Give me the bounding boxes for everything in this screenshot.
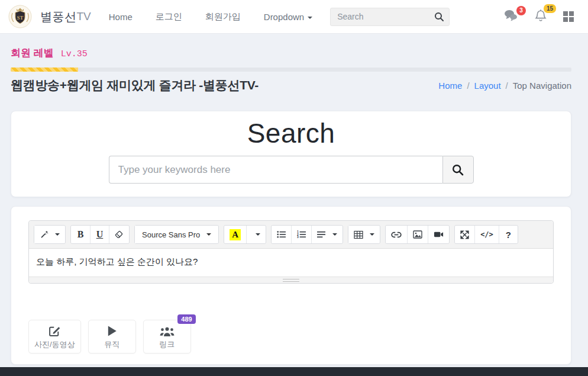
member-level-value: Lv.35 (61, 49, 88, 59)
member-level-label: 회원 레벨 (11, 46, 54, 60)
breadcrumb-layout[interactable]: Layout (474, 81, 501, 91)
video-icon (434, 231, 444, 238)
ordered-list-button[interactable]: 1 2 3 (291, 226, 311, 243)
style-group (34, 225, 66, 244)
messages-button[interactable]: 3 (504, 9, 518, 24)
font-color-button[interactable]: A (224, 226, 246, 243)
resize-handle-icon (283, 279, 299, 282)
eraser-icon (115, 230, 124, 239)
list-ol-icon: 1 2 3 (297, 230, 306, 239)
brand-name: 별풍선 (40, 9, 77, 25)
page: ST 별풍선 TV Home 로그인 회원가입 Dropdown (0, 0, 588, 376)
unordered-list-button[interactable] (272, 226, 291, 243)
chevron-down-icon (206, 233, 211, 236)
clear-format-button[interactable] (109, 226, 129, 243)
attachment-actions: 사진/동영상 뮤직 (28, 320, 554, 353)
notifications-badge: 15 (544, 4, 556, 13)
photo-video-label: 사진/동영상 (34, 339, 75, 350)
search-card: Search (11, 111, 571, 197)
breadcrumb: Home / Layout / Top Navigation (438, 81, 571, 91)
keyword-search-button[interactable] (442, 156, 474, 184)
code-view-button[interactable]: </> (474, 226, 499, 243)
editor-content[interactable]: 오늘 하루, 기억하고 싶은 순간이 있나요? (29, 249, 553, 277)
font-color-icon: A (230, 229, 241, 240)
link-count-badge: 489 (177, 314, 195, 324)
link-button[interactable]: 링크 (143, 320, 191, 353)
footer-bar (0, 367, 588, 376)
apps-button[interactable] (563, 11, 574, 22)
link-label: 링크 (159, 339, 175, 350)
chevron-down-icon (370, 233, 374, 236)
list-ul-icon (277, 230, 286, 239)
chevron-down-icon (332, 233, 337, 236)
main-content: 회원 레벨 Lv.35 웹캠방송+웹게임 재미있게 즐겨라 -별풍선TV- Ho… (11, 46, 571, 365)
insert-link-button[interactable] (386, 226, 407, 243)
paragraph-align-button[interactable] (311, 226, 343, 243)
fullscreen-button[interactable] (455, 226, 474, 243)
navbar-icons: 3 15 (504, 9, 580, 24)
color-dropdown-button[interactable] (246, 226, 266, 243)
navbar-search (330, 8, 450, 26)
search-icon[interactable] (434, 12, 444, 22)
font-family-label: Source Sans Pro (142, 230, 200, 239)
breadcrumb-separator: / (467, 81, 469, 91)
play-icon (107, 325, 117, 337)
level-progress-fill (11, 68, 78, 72)
chevron-down-icon (308, 17, 312, 19)
insert-video-button[interactable] (428, 226, 449, 243)
music-label: 뮤직 (104, 339, 119, 350)
editor-statusbar[interactable] (29, 277, 553, 283)
nav-item-home[interactable]: Home (109, 12, 133, 22)
top-navbar: ST 별풍선 TV Home 로그인 회원가입 Dropdown (0, 0, 588, 34)
messages-badge: 3 (516, 6, 526, 15)
magic-style-button[interactable] (34, 226, 65, 243)
image-icon (413, 230, 422, 239)
bold-icon: B (77, 229, 84, 240)
nav-item-signup[interactable]: 회원가입 (205, 11, 241, 23)
table-group (348, 225, 380, 244)
page-title: 웹캠방송+웹게임 재미있게 즐겨라 -별풍선TV- (11, 77, 259, 94)
svg-text:3: 3 (297, 235, 299, 239)
insert-image-button[interactable] (407, 226, 428, 243)
nav-dropdown-label: Dropdown (264, 12, 304, 22)
search-icon (452, 164, 464, 176)
level-progress (11, 68, 571, 72)
post-editor-card: B U Sou (11, 206, 571, 365)
font-family-dropdown[interactable]: Source Sans Pro (135, 226, 218, 243)
link-icon (391, 232, 402, 238)
fullscreen-arrows-icon (460, 230, 469, 239)
brand[interactable]: ST 별풍선 TV (8, 5, 91, 28)
breadcrumb-home[interactable]: Home (438, 81, 462, 91)
nav-item-login[interactable]: 로그인 (156, 11, 182, 23)
editor-toolbar: B U Sou (29, 221, 553, 249)
svg-text:ST: ST (17, 15, 23, 21)
breadcrumb-separator: / (506, 81, 508, 91)
bold-button[interactable]: B (71, 226, 90, 243)
insert-group (385, 225, 450, 244)
brand-logo-icon: ST (8, 5, 32, 28)
brand-suffix: TV (77, 10, 91, 23)
magic-wand-icon (40, 230, 49, 239)
question-icon: ? (506, 230, 511, 240)
photo-video-button[interactable]: 사진/동영상 (28, 320, 81, 353)
notifications-button[interactable]: 15 (535, 9, 547, 24)
navbar-search-input[interactable] (330, 8, 450, 26)
users-icon (160, 326, 175, 337)
page-header: 웹캠방송+웹게임 재미있게 즐겨라 -별풍선TV- Home / Layout … (11, 77, 571, 94)
edit-icon (49, 324, 61, 337)
chevron-down-icon (55, 233, 60, 236)
chevron-down-icon (256, 233, 260, 236)
keyword-search-input[interactable] (109, 156, 442, 184)
align-left-icon (317, 230, 326, 239)
help-button[interactable]: ? (499, 226, 518, 243)
format-group: B U (70, 225, 130, 244)
breadcrumb-current: Top Navigation (513, 81, 571, 91)
code-icon: </> (480, 230, 493, 239)
nav-item-dropdown[interactable]: Dropdown (264, 12, 312, 22)
color-group: A (224, 225, 266, 244)
grid-icon (563, 11, 574, 22)
keyword-search (109, 156, 474, 184)
table-button[interactable] (348, 226, 380, 243)
music-button[interactable]: 뮤직 (88, 320, 136, 353)
underline-button[interactable]: U (90, 226, 109, 243)
